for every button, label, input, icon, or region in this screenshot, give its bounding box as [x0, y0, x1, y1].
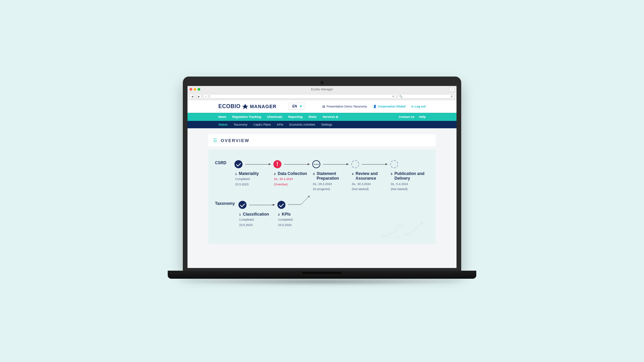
arrow-icon	[362, 164, 387, 165]
step-line2: (In progress)	[313, 187, 351, 191]
user-icon: 👤	[373, 105, 377, 108]
step-line1: Completed	[239, 218, 277, 222]
status-pending-icon	[351, 160, 359, 168]
step-number: 1	[235, 172, 237, 176]
step-line1: Completed	[278, 218, 316, 222]
address-bar[interactable]: ⟳	[210, 94, 396, 99]
demo-label: Presentation Demo Taxonomy	[327, 105, 367, 108]
step-number: 4	[352, 172, 354, 176]
page-body: ☰ OVERVIEW CSRD	[187, 128, 457, 268]
app-header: ECOBIO MANAGER EN ▤ Presentation Demo Ta…	[187, 100, 457, 113]
step-line1: DL: 5.4.2024	[391, 182, 429, 186]
page-title-card: ☰ OVERVIEW	[208, 134, 436, 146]
nav-news[interactable]: News	[218, 115, 226, 119]
step-number: 3	[313, 172, 315, 176]
maximize-window-icon[interactable]	[198, 88, 200, 91]
nav-regulation-tracking[interactable]: Regulation Tracking	[232, 115, 261, 119]
step-line2: 23.5.2023	[239, 223, 277, 227]
step-line1: DL: 28.2.2024	[313, 182, 351, 186]
step-title: Statement Preparation	[317, 171, 351, 181]
window-controls[interactable]	[190, 88, 200, 91]
csrd-steps: 1Materiality Completed 23.5.2023 !	[234, 160, 429, 191]
new-tab-button[interactable]: +	[203, 94, 208, 99]
back-button[interactable]: ◀	[190, 94, 195, 99]
document-icon: ▤	[322, 105, 325, 108]
step-title: Publication and Delivery	[394, 171, 429, 181]
nav-services[interactable]: Services ⧉	[323, 115, 338, 119]
taxonomy-step-2[interactable]: 2KPIs Completed 23.5.2023	[277, 200, 316, 227]
nav-help[interactable]: Help	[419, 115, 426, 119]
logo-text-brand: ECOBIO	[218, 103, 240, 109]
svg-marker-0	[242, 104, 248, 109]
minimize-window-icon[interactable]	[194, 88, 196, 91]
nav-risks[interactable]: Risks	[309, 115, 317, 119]
search-input[interactable]	[404, 95, 449, 98]
status-done-icon	[238, 201, 247, 209]
csrd-step-1[interactable]: 1Materiality Completed 23.5.2023	[234, 160, 273, 191]
status-warn-icon: !	[273, 160, 281, 168]
refresh-icon[interactable]: ⟳	[392, 95, 394, 98]
subnav-kpis[interactable]: KPIs	[277, 123, 283, 126]
subnav-taxonomy[interactable]: Taxonomy	[234, 123, 248, 126]
logo-emblem-icon	[242, 103, 249, 110]
browser-toolbar: ◀ ▶ + ⟳ 🔍 ⚙	[187, 93, 457, 100]
step-title: Review and Assurance	[356, 171, 390, 181]
close-window-icon[interactable]	[190, 88, 192, 91]
status-done-icon	[234, 160, 243, 168]
browser-chrome: Ecobio Manager ⤢ ◀ ▶ + ⟳ 🔍 ⚙	[187, 86, 457, 100]
window-title: Ecobio Manager	[187, 88, 457, 91]
brand-logo[interactable]: ECOBIO MANAGER	[218, 103, 276, 110]
page-title: OVERVIEW	[221, 138, 250, 143]
nav-services-label: Services	[323, 115, 335, 119]
step-number: 2	[278, 213, 280, 216]
step-line2: 23.5.2023	[278, 223, 316, 227]
laptop-shadow	[168, 278, 476, 285]
secondary-nav: Status Taxonomy CapEx Plans KPIs Economi…	[187, 121, 457, 128]
corporation-label: Corporation Global	[378, 105, 406, 108]
merge-arrow-icon	[287, 194, 311, 205]
arrow-icon	[323, 164, 348, 165]
primary-nav: News Regulation Tracking Chemicals Repor…	[187, 113, 457, 121]
step-title: Data Collection	[278, 171, 307, 176]
track-label-csrd: CSRD	[215, 160, 234, 165]
step-number: 2	[274, 172, 276, 176]
corporation-link[interactable]: 👤 Corporation Global	[373, 105, 406, 108]
nav-contact[interactable]: Contact us	[399, 115, 415, 119]
taxonomy-step-1[interactable]: 1Classification Completed 23.5.2023	[238, 200, 277, 227]
overview-panel: CSRD 1Materiality Completed 2	[208, 150, 436, 244]
csrd-step-3[interactable]: 3Statement Preparation DL: 28.2.2024 (In…	[312, 160, 351, 191]
subnav-economic-activities[interactable]: Economic Activities	[289, 123, 315, 126]
csrd-step-5[interactable]: 5Publication and Delivery DL: 5.4.2024 (…	[390, 160, 429, 191]
subnav-status[interactable]: Status	[218, 123, 228, 126]
step-title: Classification	[243, 212, 269, 217]
nav-reporting[interactable]: Reporting	[288, 115, 303, 119]
demo-indicator: ▤ Presentation Demo Taxonomy	[322, 105, 367, 108]
step-title: KPIs	[282, 212, 291, 217]
screen-frame: Ecobio Manager ⤢ ◀ ▶ + ⟳ 🔍 ⚙ ECOBIO	[183, 77, 461, 271]
logo-text-suffix: MANAGER	[250, 104, 276, 109]
step-line2: (Overdue)	[274, 182, 312, 186]
nav-chemicals[interactable]: Chemicals	[267, 115, 282, 119]
step-line2: (Not started)	[391, 187, 429, 191]
fullscreen-icon[interactable]: ⤢	[449, 87, 454, 92]
track-csrd: CSRD 1Materiality Completed 2	[215, 160, 429, 191]
camera-dot	[321, 81, 323, 84]
step-title: Materiality	[239, 171, 259, 176]
forward-button[interactable]: ▶	[196, 94, 202, 99]
logout-label: Log out	[415, 105, 426, 108]
logout-link[interactable]: ⎋ Log out	[412, 105, 426, 108]
arrow-icon	[284, 164, 310, 165]
logout-icon: ⎋	[412, 105, 413, 108]
csrd-step-2[interactable]: ! 2Data Collection DL: 30.1.2024 (Overdu…	[273, 160, 312, 191]
overview-icon: ☰	[213, 138, 217, 143]
csrd-step-4[interactable]: 4Review and Assurance DL: 30.3.2024 (Not…	[351, 160, 390, 191]
subnav-settings[interactable]: Settings	[321, 123, 332, 126]
app-viewport: ECOBIO MANAGER EN ▤ Presentation Demo Ta…	[187, 100, 457, 268]
language-selector[interactable]: EN	[288, 103, 305, 110]
search-settings-icon[interactable]: ⚙	[450, 95, 453, 98]
browser-search[interactable]: 🔍 ⚙	[397, 94, 454, 99]
step-line2: 23.5.2023	[235, 182, 273, 186]
laptop-base	[168, 271, 476, 279]
subnav-capex[interactable]: CapEx Plans	[254, 123, 271, 126]
decorative-growth-icon	[381, 218, 428, 239]
